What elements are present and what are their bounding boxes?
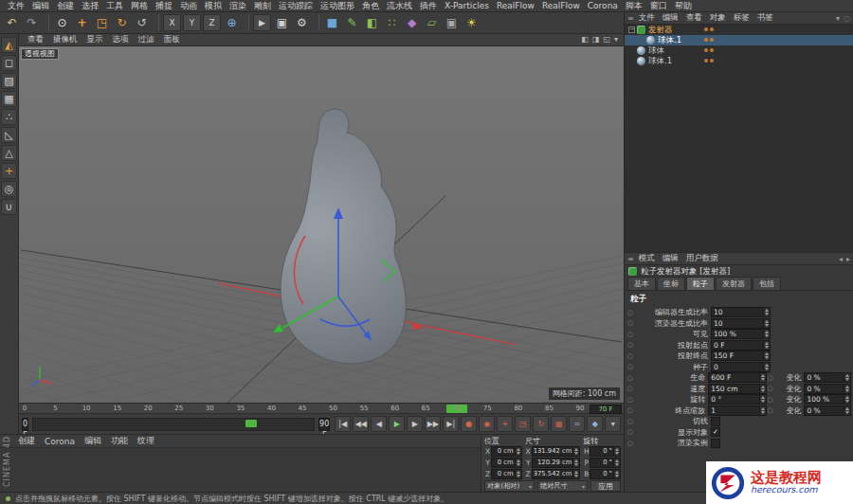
keyframe-circle-icon[interactable]: ○ xyxy=(626,341,634,349)
param-value-field[interactable]: 600 F xyxy=(708,372,759,383)
coordinate-value-field[interactable]: 0 cm xyxy=(491,458,516,468)
coordinate-stepper[interactable] xyxy=(573,458,580,468)
site-url[interactable]: herecours.com xyxy=(751,485,822,495)
add-array-button[interactable]: ∷ xyxy=(383,14,401,32)
viewport-layout-icon[interactable]: ◨ xyxy=(592,34,600,45)
nav-back-icon[interactable]: ◂ xyxy=(839,255,843,263)
param-stepper[interactable] xyxy=(844,394,851,405)
polygons-mode-button[interactable]: △ xyxy=(1,145,17,161)
view-label[interactable]: 透视视图 xyxy=(21,48,59,60)
material-menu-item[interactable]: Corona xyxy=(40,437,80,446)
coordinate-stepper[interactable] xyxy=(614,446,621,457)
viewport-menu-item[interactable]: 过滤 xyxy=(134,34,159,45)
param-stepper[interactable] xyxy=(844,384,851,394)
menubar-item[interactable]: RealFlow xyxy=(538,0,584,11)
object-manager-tree[interactable]: −发射器球体.1球体球体.1 xyxy=(625,25,853,253)
param-value-field[interactable]: 0 ° xyxy=(708,394,759,405)
param-stepper[interactable] xyxy=(760,394,767,405)
add-primitive-button[interactable]: ■ xyxy=(323,14,341,32)
go-to-next-key-button[interactable]: ▶▶ xyxy=(425,416,441,432)
keyframe-selection-button[interactable]: ◆ xyxy=(587,416,603,432)
coordinate-value-field[interactable]: 0 ° xyxy=(590,458,614,468)
object-manager-menu-item[interactable]: 对象 xyxy=(706,12,730,24)
gizmo-green-arrowhead[interactable] xyxy=(273,324,283,333)
add-subdivision-surface-button[interactable]: ◧ xyxy=(363,14,381,32)
param-value-field[interactable]: 1 xyxy=(708,405,759,416)
points-mode-button[interactable]: ∴ xyxy=(1,109,17,125)
attribute-tab[interactable]: 粒子 xyxy=(686,277,715,290)
keyframe-circle-icon[interactable]: ○ xyxy=(767,385,774,392)
menubar-item[interactable]: 编辑 xyxy=(28,0,53,11)
add-light-button[interactable]: ☀ xyxy=(463,14,481,32)
coordinate-value-field[interactable]: 0 cm xyxy=(491,469,516,479)
nav-forward-icon[interactable]: ▸ xyxy=(846,255,850,263)
edges-mode-button[interactable]: ◺ xyxy=(1,127,17,143)
record-position-button[interactable]: + xyxy=(497,416,513,432)
menubar-item[interactable]: 窗口 xyxy=(646,0,671,11)
dot-icon[interactable] xyxy=(704,27,708,31)
playback-options-button[interactable]: ▾ xyxy=(605,416,621,432)
param-stepper[interactable] xyxy=(764,329,771,339)
menubar-item[interactable]: 运动跟踪 xyxy=(275,0,317,11)
keyframe-circle-icon[interactable]: ○ xyxy=(767,374,774,382)
render-view-button[interactable]: ▶ xyxy=(253,14,271,31)
menubar-item[interactable]: 帮助 xyxy=(671,0,696,11)
object-tree-item[interactable]: 球体.1 xyxy=(625,35,853,45)
coordinate-value-field[interactable]: 120.29 cm xyxy=(532,458,574,468)
range-start-field[interactable]: 0 F xyxy=(22,418,28,431)
visibility-dots[interactable] xyxy=(704,27,714,31)
dot-icon[interactable] xyxy=(710,27,714,31)
viewport-menu-item[interactable]: 查看 xyxy=(23,34,48,45)
menubar-item[interactable]: 捕捉 xyxy=(152,0,176,11)
record-rotation-button[interactable]: ↻ xyxy=(533,416,549,432)
om-search-icon[interactable]: ◌ xyxy=(844,14,850,23)
object-manager-menu-item[interactable]: 查看 xyxy=(682,12,706,24)
keyframe-circle-icon[interactable]: ○ xyxy=(626,363,634,370)
param-checkbox[interactable]: ✓ xyxy=(711,427,720,437)
viewport-canvas[interactable]: 透视视图 网格间距: 100 cm xyxy=(19,46,624,404)
param-value-field[interactable]: 150 F xyxy=(711,351,764,361)
keyframe-circle-icon[interactable]: ○ xyxy=(767,396,774,404)
param-value-field[interactable]: 0 F xyxy=(711,340,764,351)
menubar-item[interactable]: 角色 xyxy=(358,0,383,11)
param-value-field[interactable]: 100 % xyxy=(804,394,844,405)
panel-menu-icon[interactable]: ≡ xyxy=(627,14,634,23)
coordinate-value-field[interactable]: 0 cm xyxy=(491,446,516,457)
expand-toggle-icon[interactable]: − xyxy=(628,27,635,33)
keyframe-circle-icon[interactable]: ○ xyxy=(626,374,634,382)
param-stepper[interactable] xyxy=(760,384,767,394)
attribute-menu-item[interactable]: 模式 xyxy=(635,253,659,264)
material-menu-item[interactable]: 功能 xyxy=(106,435,133,447)
dot-icon[interactable] xyxy=(704,48,708,52)
model-mode-button[interactable]: ◻ xyxy=(1,55,17,71)
coordinate-stepper[interactable] xyxy=(573,469,580,479)
record-parameter-button[interactable]: ▦ xyxy=(551,416,567,432)
param-value-field[interactable]: 150 cm xyxy=(708,384,759,394)
keyframe-circle-icon[interactable]: ○ xyxy=(626,418,634,425)
menubar-item[interactable]: 渲染 xyxy=(226,0,250,11)
visibility-dots[interactable] xyxy=(704,38,714,42)
param-value-field[interactable]: 0 % xyxy=(804,384,844,394)
keyframe-circle-icon[interactable]: ○ xyxy=(626,428,634,436)
param-checkbox[interactable] xyxy=(711,417,720,426)
current-frame-field[interactable]: 70 F xyxy=(590,405,622,414)
object-manager-menu-item[interactable]: 文件 xyxy=(635,12,659,24)
viewport-options-icon[interactable]: ▾ xyxy=(614,34,618,45)
record-keyframe-button[interactable]: ● xyxy=(461,416,477,432)
apply-button[interactable]: 应用 xyxy=(590,480,621,492)
render-picture-viewer-button[interactable]: ▣ xyxy=(273,14,291,32)
coordinate-stepper[interactable] xyxy=(573,446,580,457)
material-menu-item[interactable]: 创建 xyxy=(13,435,40,447)
go-to-previous-frame-button[interactable]: ◀ xyxy=(371,416,387,432)
menubar-item[interactable]: 文件 xyxy=(4,0,28,11)
param-stepper[interactable] xyxy=(844,372,851,383)
enable-axis-button[interactable]: + xyxy=(1,163,17,179)
object-tree-item[interactable]: −发射器 xyxy=(625,25,853,35)
timeline-slider[interactable] xyxy=(32,418,315,431)
attribute-tab[interactable]: 基本 xyxy=(627,277,656,290)
coordinate-stepper[interactable] xyxy=(516,458,522,468)
record-point-level-button[interactable]: ≈ xyxy=(569,416,585,432)
move-button[interactable]: + xyxy=(73,14,91,32)
menubar-item[interactable]: 插件 xyxy=(416,0,441,11)
menubar-item[interactable]: 雕刻 xyxy=(250,0,275,11)
